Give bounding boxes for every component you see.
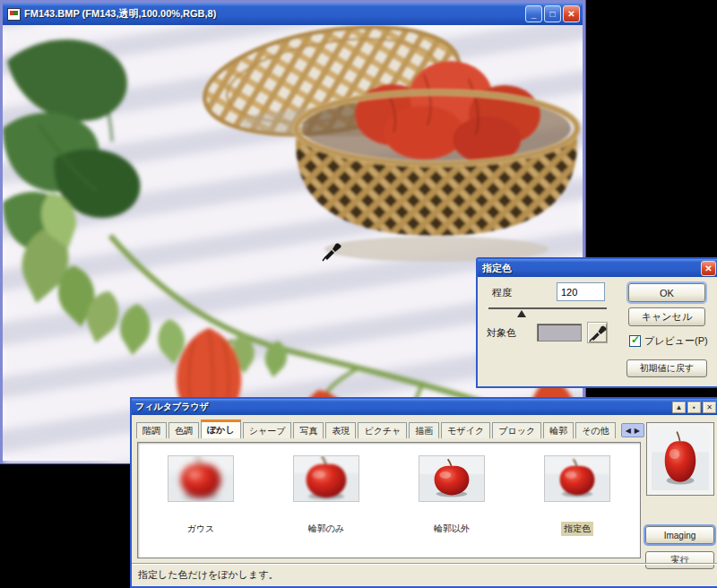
tab-outline[interactable]: 輪郭 <box>543 422 574 438</box>
tab-expression[interactable]: 表現 <box>325 422 356 438</box>
close-button[interactable]: ✕ <box>563 5 580 22</box>
dialog-body: 程度 対象色 OK キャンセル プレビュー(P) 初期値に戻す <box>478 277 717 388</box>
thumb-label-gauss: ガウス <box>185 522 218 536</box>
cancel-button[interactable]: キャンセル <box>628 307 705 326</box>
eyedropper-button[interactable] <box>587 322 608 343</box>
filter-browser-titlebar[interactable]: フィルタブラウザ ▲ ▪ ✕ <box>132 399 717 415</box>
filter-preview-column: Imaging 実行 <box>644 420 717 564</box>
filter-preview-box <box>646 422 714 496</box>
thumb-label-outline-only: 輪郭のみ <box>306 522 347 536</box>
image-window: FM143.BMP (FM143,透明,100.00%,RGB,8) _ □ ✕ <box>0 0 585 463</box>
reset-button[interactable]: 初期値に戻す <box>626 359 707 377</box>
preview-checkbox-label[interactable]: プレビュー(P) <box>644 334 708 348</box>
preview-checkbox[interactable] <box>629 335 641 347</box>
tab-others[interactable]: その他 <box>575 422 615 438</box>
tab-draw[interactable]: 描画 <box>409 422 439 438</box>
target-color-swatch <box>537 324 582 342</box>
image-file-icon <box>7 8 21 21</box>
dock-icon[interactable]: ▪ <box>687 402 701 413</box>
thumb-image-outline-only <box>293 455 359 502</box>
tab-block[interactable]: ブロック <box>492 422 541 438</box>
degree-slider-track[interactable] <box>488 307 607 309</box>
image-window-titlebar[interactable]: FM143.BMP (FM143,透明,100.00%,RGB,8) _ □ ✕ <box>3 3 583 25</box>
tab-sharpen[interactable]: シャープ <box>243 422 292 438</box>
maximize-button[interactable]: □ <box>544 5 561 22</box>
tab-mosaic[interactable]: モザイク <box>441 422 490 438</box>
tab-picture[interactable]: ピクチャ <box>358 422 407 438</box>
filter-thumb-specified-color[interactable]: 指定色 <box>523 455 631 536</box>
thumb-image-gauss <box>168 455 234 502</box>
minimize-button[interactable]: _ <box>525 5 542 22</box>
thumb-label-except-outline: 輪郭以外 <box>431 522 472 536</box>
panel-close-icon[interactable]: ✕ <box>703 402 716 413</box>
tab-tone[interactable]: 階調 <box>136 422 167 438</box>
tab-color[interactable]: 色調 <box>168 422 199 438</box>
filter-browser-panel: フィルタブラウザ ▲ ▪ ✕ 階調 色調 ぼかし シャープ 写真 表現 ピクチャ… <box>130 397 717 588</box>
filter-browser-title: フィルタブラウザ <box>135 401 670 413</box>
dialog-title: 指定色 <box>482 262 701 275</box>
tab-photo[interactable]: 写真 <box>293 422 324 438</box>
thumb-image-specified-color <box>544 455 610 502</box>
filter-category-tabs: 階調 色調 ぼかし シャープ 写真 表現 ピクチャ 描画 モザイク ブロック 輪… <box>136 419 644 438</box>
dialog-close-icon[interactable]: ✕ <box>701 261 716 276</box>
thumb-image-except-outline <box>419 455 485 502</box>
image-window-title: FM143.BMP (FM143,透明,100.00%,RGB,8) <box>24 7 523 21</box>
thumb-label-specified-color: 指定色 <box>561 522 593 536</box>
target-color-label: 対象色 <box>487 326 516 340</box>
tab-scroll-buttons[interactable]: ◀ ▶ <box>621 423 644 437</box>
degree-label: 程度 <box>492 286 512 299</box>
tab-scroll-right-icon[interactable]: ▶ <box>635 427 640 435</box>
specified-color-dialog: 指定色 ✕ 程度 対象色 OK キャンセル プレビュー(P) 初期値に戻す <box>476 257 717 388</box>
tab-scroll-left-icon[interactable]: ◀ <box>626 427 631 435</box>
rollup-icon[interactable]: ▲ <box>672 402 686 413</box>
filter-thumb-except-outline[interactable]: 輪郭以外 <box>398 455 505 536</box>
status-bar: 指定した色だけをぼかします。 <box>132 563 717 586</box>
filter-thumb-gauss[interactable]: ガウス <box>147 455 255 536</box>
ok-button[interactable]: OK <box>628 283 705 302</box>
filter-thumb-outline-only[interactable]: 輪郭のみ <box>272 455 380 536</box>
imaging-button[interactable]: Imaging <box>645 526 714 544</box>
filter-preview-image <box>652 428 709 490</box>
filter-thumbnail-list: ガウス 輪郭のみ 輪郭以外 指定色 <box>137 442 641 558</box>
tab-blur[interactable]: ぼかし <box>201 419 241 438</box>
degree-slider-thumb[interactable] <box>517 310 526 317</box>
degree-input[interactable] <box>557 282 605 301</box>
dialog-titlebar[interactable]: 指定色 ✕ <box>478 259 717 277</box>
